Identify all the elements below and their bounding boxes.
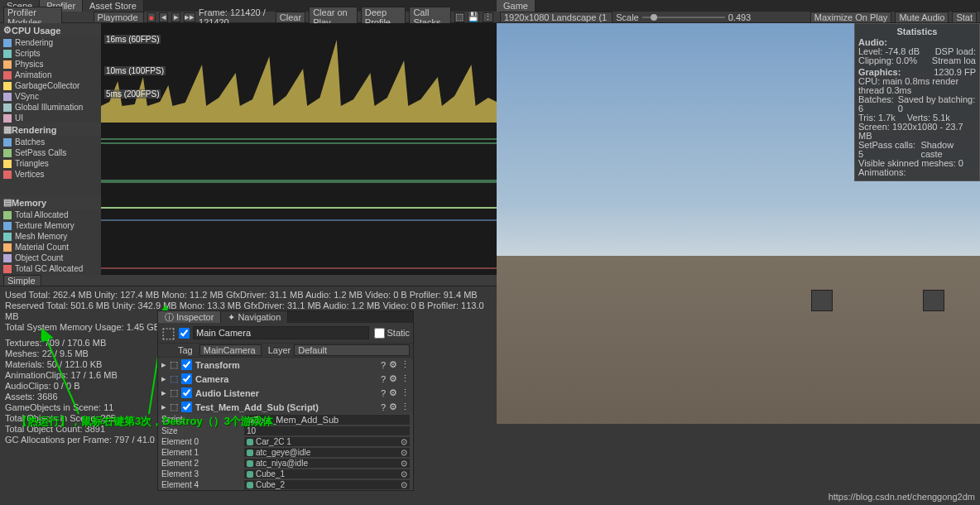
rendering-header[interactable]: ▦ Rendering [0, 123, 101, 137]
legend-item[interactable]: Texture Memory [0, 220, 101, 231]
static-checkbox[interactable] [374, 328, 385, 339]
help-icon[interactable]: ? [381, 388, 386, 398]
gameobject-icon: ⬚ [161, 324, 175, 342]
annotation-text: 【热运行】，鼠标右键第3次，Destroy（）3个游戏体 [17, 414, 273, 429]
legend-item[interactable]: VSync [0, 91, 101, 102]
watermark: https://blog.csdn.net/chenggong2dm [829, 492, 975, 502]
legend-item[interactable]: Scripts [0, 48, 101, 59]
menu-icon[interactable]: ⋮ [401, 373, 410, 384]
help-icon[interactable]: ? [381, 374, 386, 384]
settings-icon[interactable]: ⚙ [389, 387, 397, 398]
legend-item[interactable]: Mesh Memory [0, 231, 101, 242]
legend-item[interactable]: Total GC Allocated [0, 263, 101, 274]
settings-icon[interactable]: ⚙ [389, 373, 397, 384]
legend-item[interactable]: GarbageCollector [0, 80, 101, 91]
legend-item[interactable]: Rendering [0, 37, 101, 48]
maximize-button[interactable]: Maximize On Play [810, 12, 892, 23]
component-header[interactable]: ▸ ⬚ Transform? ⚙ ⋮ [158, 358, 413, 372]
resolution-dropdown[interactable]: 1920x1080 Landscape (1 [500, 12, 612, 23]
help-icon[interactable]: ? [381, 360, 386, 370]
name-field[interactable] [193, 326, 369, 339]
legend-item[interactable]: Material Count [0, 242, 101, 252]
legend-item[interactable]: Global Illumination [0, 102, 101, 113]
scale-value: 0.493 [728, 12, 752, 22]
legend-item[interactable]: Triangles [0, 158, 101, 169]
rendering-graph[interactable] [101, 123, 497, 195]
settings-icon[interactable]: ⚙ [389, 359, 397, 370]
scale-slider[interactable] [642, 17, 725, 18]
cube-1 [811, 290, 833, 311]
legend-item[interactable]: Object Count [0, 252, 101, 263]
legend-item[interactable]: SetPass Calls [0, 147, 101, 158]
object-field[interactable]: Car_2C 1⊙ [244, 437, 410, 446]
menu-icon[interactable]: ⋮ [401, 387, 410, 398]
mute-button[interactable]: Mute Audio [895, 12, 949, 23]
last-frame-icon[interactable]: ▸▸ [184, 12, 195, 22]
object-field[interactable]: atc_geye@idle⊙ [244, 448, 410, 457]
memory-header[interactable]: ▤ Memory [0, 195, 101, 209]
record-icon[interactable]: ● [147, 12, 156, 22]
tab-asset-store[interactable]: Asset Store [83, 0, 144, 12]
cpu-header[interactable]: ⚙ CPU Usage [0, 23, 101, 37]
component-header[interactable]: ▸ ⬚ Test_Mem_Add_Sub (Script)? ⚙ ⋮ [158, 400, 413, 414]
menu-icon[interactable]: ⋮ [401, 402, 410, 412]
legend-item[interactable]: Physics [0, 59, 101, 70]
tab-game[interactable]: Game [497, 0, 536, 12]
help-icon[interactable]: ? [381, 402, 386, 412]
details-mode-dropdown[interactable]: Simple [3, 275, 41, 286]
tag-dropdown[interactable]: MainCamera [199, 344, 262, 356]
object-field[interactable]: atc_niya@idle⊙ [244, 459, 410, 468]
object-field[interactable]: Cube_2⊙ [244, 480, 410, 489]
load-icon[interactable]: ⬚ [454, 12, 464, 22]
object-field[interactable]: Cube_1⊙ [244, 469, 410, 479]
stats-button[interactable]: Stat [952, 12, 977, 23]
component-header[interactable]: ▸ ⬚ Audio Listener? ⚙ ⋮ [158, 386, 413, 400]
playmode-dropdown[interactable]: Playmode [94, 12, 144, 23]
menu-icon[interactable]: ⋮ [401, 359, 410, 370]
next-frame-icon[interactable]: ▸ [171, 12, 180, 22]
cpu-graph[interactable]: 16ms (60FPS) 10ms (100FPS) 5ms (200FPS) [101, 23, 497, 123]
prev-frame-icon[interactable]: ◂ [159, 12, 168, 22]
legend-item[interactable]: Total Allocated [0, 209, 101, 220]
statistics-panel: Statistics Audio: Level: -74.8 dBDSP loa… [854, 23, 980, 181]
legend-item[interactable]: Batches [0, 137, 101, 147]
component-header[interactable]: ▸ ⬚ Camera? ⚙ ⋮ [158, 372, 413, 386]
scale-label: Scale [616, 12, 639, 22]
menu-icon[interactable]: ⋮ [483, 12, 493, 22]
tab-navigation[interactable]: ✦ Navigation [221, 311, 288, 323]
memory-graph[interactable] [101, 195, 497, 275]
cube-2 [923, 290, 944, 311]
settings-icon[interactable]: ⚙ [389, 402, 397, 412]
legend-item[interactable]: Vertices [0, 169, 101, 180]
layer-dropdown[interactable]: Default [294, 344, 410, 356]
tab-inspector[interactable]: ⓘ Inspector [158, 311, 221, 323]
clear-button[interactable]: Clear [276, 12, 305, 23]
active-checkbox[interactable] [179, 328, 190, 339]
inspector-panel: ⓘ Inspector ✦ Navigation ⬚ Static Tag Ma… [157, 310, 414, 491]
legend-item[interactable]: Animation [0, 70, 101, 80]
save-icon[interactable]: 💾 [468, 12, 479, 22]
